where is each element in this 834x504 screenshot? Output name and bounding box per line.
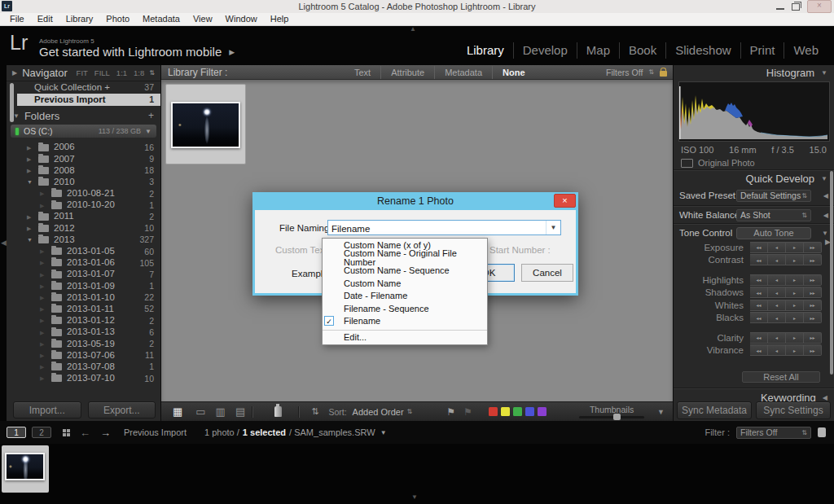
decrease-small-button[interactable]: ◂ bbox=[768, 254, 786, 265]
toolbar-options-icon[interactable]: ▼ bbox=[657, 408, 665, 416]
source-label[interactable]: Previous Import bbox=[124, 427, 187, 437]
dropdown-item[interactable]: ✓ Custom Name bbox=[323, 278, 487, 291]
collapse-right-panel-icon[interactable]: ▶ bbox=[825, 238, 831, 246]
folder-row[interactable]: 2008 18 bbox=[7, 164, 160, 176]
go-to-grid-icon[interactable] bbox=[63, 429, 70, 436]
sync-metadata-button[interactable]: Sync Metadata bbox=[677, 401, 752, 419]
cancel-button[interactable]: Cancel bbox=[521, 264, 573, 282]
color-label-chip[interactable] bbox=[538, 407, 546, 416]
dropdown-item[interactable]: ✓ Custom Name - Original File Number bbox=[323, 252, 487, 265]
color-label-chip[interactable] bbox=[525, 407, 534, 416]
stepper-icon[interactable]: ⇅ bbox=[648, 68, 654, 76]
collapse-filmstrip-icon[interactable]: ▼ bbox=[411, 493, 418, 501]
back-arrow-icon[interactable]: ← bbox=[80, 427, 90, 439]
filmstrip-thumbnail[interactable] bbox=[5, 453, 45, 480]
disclosure-triangle-icon[interactable] bbox=[40, 364, 46, 370]
forward-arrow-icon[interactable]: → bbox=[100, 427, 111, 439]
zoom-option[interactable]: 1:1 bbox=[116, 68, 127, 77]
decrease-small-button[interactable]: ◂ bbox=[768, 312, 786, 323]
filter-option[interactable]: Text bbox=[345, 66, 380, 79]
disclosure-triangle-icon[interactable] bbox=[27, 237, 33, 243]
dropdown-item[interactable]: ✓ Filename - Sequence bbox=[323, 303, 487, 316]
filter-option[interactable]: Metadata bbox=[434, 66, 492, 79]
folder-row[interactable]: 2010-10-20 1 bbox=[7, 199, 160, 211]
collapse-left-panel-icon[interactable]: ◀ bbox=[1, 239, 7, 247]
sync-settings-button[interactable]: Sync Settings bbox=[756, 401, 831, 419]
disclosure-triangle-icon[interactable] bbox=[40, 375, 46, 381]
decrease-small-button[interactable]: ◂ bbox=[768, 332, 786, 344]
folder-row[interactable]: 2013-07-13 9 bbox=[7, 384, 160, 385]
painter-spray-can-icon[interactable] bbox=[274, 406, 282, 417]
increase-large-button[interactable]: ▸▸ bbox=[804, 344, 822, 356]
filter-option[interactable]: Attribute bbox=[380, 66, 434, 79]
increase-large-button[interactable]: ▸▸ bbox=[804, 254, 822, 265]
decrease-large-button[interactable]: ◂◂ bbox=[750, 300, 768, 311]
catalog-item[interactable]: Quick Collection + 37 bbox=[17, 81, 160, 94]
increase-small-button[interactable]: ▸ bbox=[786, 242, 804, 253]
folder-row[interactable]: 2006 16 bbox=[7, 142, 160, 153]
decrease-small-button[interactable]: ◂ bbox=[768, 274, 786, 286]
decrease-large-button[interactable]: ◂◂ bbox=[750, 287, 768, 298]
menu-item[interactable]: Metadata bbox=[136, 13, 187, 25]
color-label-chip[interactable] bbox=[513, 407, 522, 416]
decrease-small-button[interactable]: ◂ bbox=[768, 300, 786, 311]
menu-item[interactable]: Help bbox=[264, 13, 296, 25]
folder-row[interactable]: 2013-01-06 105 bbox=[7, 257, 160, 269]
folder-row[interactable]: 2013-07-08 1 bbox=[7, 362, 160, 373]
menu-item[interactable]: Photo bbox=[99, 13, 136, 25]
decrease-large-button[interactable]: ◂◂ bbox=[750, 344, 768, 356]
collapse-top-panel-icon[interactable]: ▲ bbox=[410, 25, 416, 33]
folder-row[interactable]: 2013 327 bbox=[7, 234, 160, 246]
dropdown-item[interactable]: ✓ Edit... bbox=[323, 330, 487, 344]
increase-large-button[interactable]: ▸▸ bbox=[804, 287, 822, 298]
disclosure-triangle-icon[interactable] bbox=[27, 168, 33, 173]
menu-item[interactable]: Library bbox=[59, 13, 100, 25]
disclosure-triangle-icon[interactable] bbox=[40, 283, 46, 289]
saved-preset-select[interactable]: Default Settings ⇅ bbox=[736, 190, 811, 202]
disclosure-triangle-icon[interactable] bbox=[27, 214, 33, 220]
folder-row[interactable]: 2012 10 bbox=[7, 222, 160, 234]
decrease-small-button[interactable]: ◂ bbox=[768, 344, 786, 356]
chevron-down-icon[interactable]: ▼ bbox=[822, 230, 828, 237]
auto-tone-button[interactable]: Auto Tone bbox=[736, 227, 811, 239]
main-window-button[interactable]: 1 bbox=[7, 427, 26, 438]
zoom-option[interactable]: 1:8 bbox=[134, 68, 144, 77]
sort-order-select[interactable]: Added Order bbox=[353, 407, 404, 417]
increase-large-button[interactable]: ▸▸ bbox=[804, 274, 822, 286]
right-panel-scrollbar[interactable] bbox=[830, 171, 833, 375]
disclosure-triangle-icon[interactable] bbox=[27, 145, 33, 151]
lock-icon[interactable] bbox=[660, 71, 667, 77]
increase-large-button[interactable]: ▸▸ bbox=[804, 312, 822, 323]
expand-left-icon[interactable]: ◀ bbox=[823, 212, 828, 219]
disclosure-triangle-icon[interactable] bbox=[40, 353, 46, 358]
photo-cell-selected[interactable] bbox=[165, 84, 246, 164]
folders-header[interactable]: ▼ Folders + bbox=[7, 108, 160, 123]
color-label-chip[interactable] bbox=[489, 407, 498, 416]
folder-row[interactable]: 2010-08-21 2 bbox=[7, 188, 160, 199]
dialog-close-icon[interactable]: × bbox=[554, 194, 576, 208]
restore-icon[interactable] bbox=[792, 3, 800, 11]
zoom-option[interactable]: FILL bbox=[94, 68, 110, 77]
decrease-small-button[interactable]: ◂ bbox=[768, 287, 786, 298]
survey-view-icon[interactable]: ▤ bbox=[235, 406, 245, 417]
folder-row[interactable]: 2013-01-05 60 bbox=[7, 246, 160, 257]
decrease-large-button[interactable]: ◂◂ bbox=[750, 254, 768, 265]
photo-thumbnail[interactable] bbox=[171, 102, 240, 148]
filter-toggle-icon[interactable] bbox=[818, 427, 826, 437]
disclosure-triangle-icon[interactable] bbox=[27, 156, 33, 162]
compare-view-icon[interactable]: ▥ bbox=[216, 406, 226, 417]
disclosure-triangle-icon[interactable] bbox=[40, 341, 46, 347]
disclosure-triangle-icon[interactable] bbox=[27, 226, 33, 231]
white-balance-select[interactable]: As Shot ⇅ bbox=[736, 209, 811, 221]
lightroom-mobile-promo[interactable]: Get started with Lightroom mobile ▶ bbox=[39, 45, 235, 59]
loupe-view-icon[interactable]: ▭ bbox=[195, 406, 205, 417]
add-folder-icon[interactable]: + bbox=[148, 110, 154, 121]
zoom-option[interactable]: FIT bbox=[77, 68, 88, 77]
folder-row[interactable]: 2013-01-11 52 bbox=[7, 304, 160, 315]
folder-row[interactable]: 2013-01-12 2 bbox=[7, 315, 160, 327]
disclosure-triangle-icon[interactable] bbox=[40, 203, 46, 208]
disclosure-triangle-icon[interactable] bbox=[40, 260, 46, 265]
disclosure-triangle-icon[interactable] bbox=[40, 330, 46, 335]
menu-item[interactable]: View bbox=[187, 13, 219, 25]
folder-row[interactable]: 2013-07-06 11 bbox=[7, 349, 160, 361]
